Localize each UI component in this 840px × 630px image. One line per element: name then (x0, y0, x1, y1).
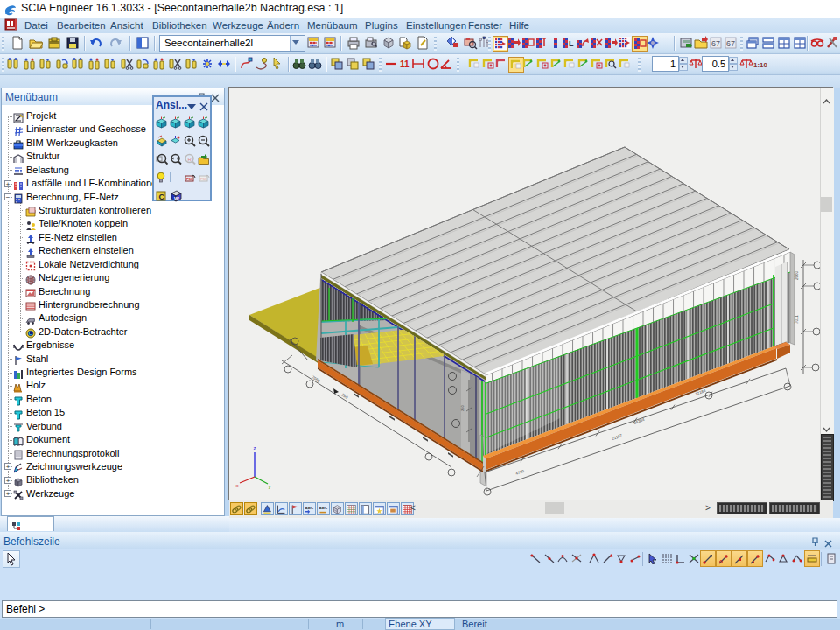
svg-text:4720: 4720 (515, 469, 526, 476)
svg-text:ABC: ABC (305, 506, 314, 510)
svg-text:2660: 2660 (794, 270, 799, 280)
svg-text:ABC: ABC (319, 506, 328, 510)
svg-text:z: z (254, 445, 256, 451)
svg-text:x: x (236, 483, 239, 488)
svg-text:24384: 24384 (634, 417, 646, 425)
svg-text:PS3: PS3 (186, 178, 192, 181)
svg-text:y: y (269, 484, 271, 489)
svg-text:12184: 12184 (695, 388, 707, 396)
svg-text:L: L (569, 39, 574, 48)
svg-text:250: 250 (460, 405, 465, 411)
svg-text:21187: 21187 (612, 433, 624, 441)
svg-text:1:10: 1:10 (753, 61, 766, 69)
svg-text:7011: 7011 (794, 315, 799, 324)
svg-text:C: C (159, 192, 165, 201)
svg-text:PS3: PS3 (200, 178, 206, 181)
svg-text:250: 250 (340, 393, 348, 400)
svg-text:67: 67 (711, 39, 720, 48)
svg-text:R: R (188, 157, 192, 162)
svg-text:11: 11 (400, 60, 410, 69)
svg-text:67: 67 (726, 39, 735, 48)
svg-text:W: W (174, 196, 179, 201)
